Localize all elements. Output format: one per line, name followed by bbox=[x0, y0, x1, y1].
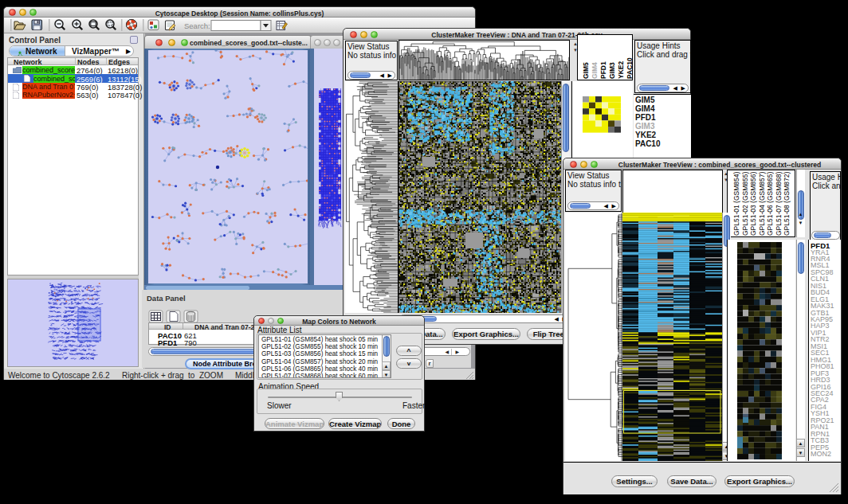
svg-text:Search:: Search: bbox=[184, 21, 210, 30]
